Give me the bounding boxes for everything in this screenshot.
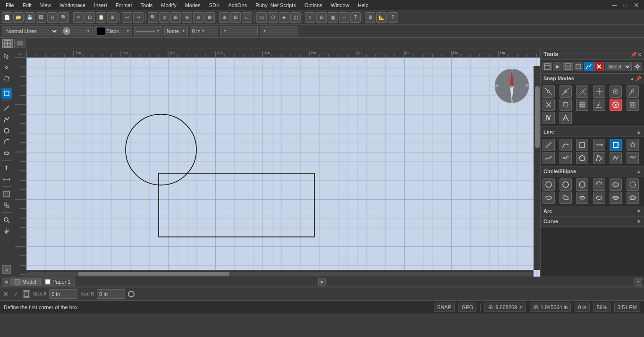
panel-close-button[interactable]: ✕ [637, 52, 641, 57]
copy-button[interactable]: ⊡ [85, 12, 95, 23]
ellipse-center-btn[interactable] [542, 192, 555, 204]
view-perspective-button[interactable]: ◫ [290, 12, 301, 23]
size-b-input[interactable] [97, 289, 125, 299]
new-button[interactable]: 📄 [2, 12, 12, 23]
menu-addons[interactable]: AddOns [224, 1, 251, 9]
line-width-chevron[interactable]: ▼ [86, 29, 90, 33]
v-scroll-thumb[interactable] [535, 86, 540, 148]
size-a-input[interactable] [49, 289, 77, 299]
mode-btn-red[interactable] [594, 62, 604, 71]
print-preview-button[interactable]: 🔍 [59, 12, 69, 23]
circle-special2-btn[interactable] [627, 178, 639, 191]
menu-view[interactable]: View [36, 1, 55, 9]
redo-button[interactable]: ↪ [133, 12, 144, 23]
window-close[interactable]: ✕ [631, 1, 642, 9]
circle-tool[interactable] [1, 126, 12, 136]
layer-button[interactable]: ≡ [305, 12, 315, 23]
save-button[interactable]: 💾 [25, 12, 35, 23]
arc-tool[interactable] [1, 137, 12, 147]
arrow-btn[interactable] [593, 139, 605, 151]
line-expand-icon[interactable]: ▲ [636, 129, 641, 135]
curve-section-header[interactable]: Curve ▼ [541, 217, 644, 227]
tab-scroll-left[interactable]: ◀ [2, 278, 9, 286]
check-icon[interactable]: ✓ [12, 290, 20, 298]
snap-grid-btn[interactable] [576, 99, 588, 111]
window-maximize[interactable]: □ [621, 2, 630, 8]
sub-btn-2[interactable] [14, 39, 25, 48]
line-type-select[interactable]: Normal Lines [2, 26, 59, 36]
find-replace-button[interactable]: ⊙ [159, 12, 169, 23]
canvas-area[interactable]: ⊡ -5 in-4 in-3 in-2 in-1 in0 in1 in2 in3… [13, 49, 540, 277]
circle-arc-btn[interactable] [593, 178, 605, 191]
snap-center-btn[interactable] [610, 85, 622, 98]
dimension-tool[interactable] [1, 174, 12, 185]
menu-modify[interactable]: Modify [157, 1, 180, 9]
polygon-btn[interactable] [576, 152, 588, 164]
paste-special-button[interactable]: ⊞ [107, 12, 118, 23]
menu-format[interactable]: Format [112, 1, 136, 9]
fill-chevron[interactable]: ▼ [182, 29, 186, 33]
snap-tangent-btn[interactable] [559, 99, 572, 111]
spline-btn[interactable] [542, 152, 555, 164]
menu-tools[interactable]: Tools [137, 1, 157, 9]
dimension-button[interactable]: ↔ [339, 12, 349, 23]
dimension-chevron[interactable]: ▼ [202, 29, 205, 33]
ortho-button[interactable]: ∟ [242, 12, 252, 23]
panel-pin-button[interactable]: 📌 [631, 52, 636, 57]
star-btn[interactable] [627, 139, 639, 151]
line-btn[interactable] [542, 139, 555, 151]
rotate-tool[interactable] [1, 74, 12, 84]
menu-sdk[interactable]: SDK [205, 1, 224, 9]
sketch-mode-select[interactable]: Sketch [605, 62, 632, 71]
view-iso-button[interactable]: ◈ [279, 12, 289, 23]
tab-model[interactable]: Model [10, 278, 41, 286]
select-tool[interactable] [1, 51, 12, 61]
cut-button[interactable]: ✂ [73, 12, 84, 23]
paste-button[interactable]: 📋 [96, 12, 106, 23]
menu-edit[interactable]: Edit [19, 1, 35, 9]
circle-special1-btn[interactable] [610, 178, 622, 191]
node-edit-tool[interactable] [1, 62, 12, 73]
mode-btn-3[interactable] [563, 62, 573, 71]
arc-section-header[interactable]: Arc ▼ [541, 206, 644, 216]
circle-3pt-btn[interactable] [576, 178, 588, 191]
mode-btn-settings[interactable] [633, 62, 642, 71]
ellipse-special4-btn[interactable] [627, 192, 639, 204]
polyline-tool[interactable] [1, 114, 12, 125]
close-icon[interactable]: ✕ [2, 290, 9, 298]
snap-grid-button[interactable]: ⊞ [219, 12, 229, 23]
snap-circle-btn[interactable] [610, 99, 622, 111]
ellipse-special2-btn[interactable] [593, 192, 605, 204]
window-minimize[interactable]: ─ [610, 1, 620, 9]
field2-chevron[interactable]: ▼ [263, 29, 267, 33]
zoom-area-tool[interactable] [1, 215, 12, 225]
field1-chevron[interactable]: ▼ [223, 29, 227, 33]
circle-section-header[interactable]: Circle/Ellipse ▲ [541, 167, 644, 177]
zoom-all-button[interactable]: ⊠ [204, 12, 215, 23]
arc-expand-icon[interactable]: ▼ [636, 209, 641, 214]
vertical-scrollbar[interactable] [534, 66, 540, 270]
chain-btn[interactable] [627, 152, 639, 164]
line-tool[interactable] [1, 103, 12, 113]
circle-center-btn[interactable] [542, 178, 555, 191]
snap-special-btn[interactable] [627, 99, 639, 111]
menu-insert[interactable]: Insert [90, 1, 111, 9]
mode-btn-2[interactable]: ▶ [553, 62, 562, 71]
snap-x-btn[interactable] [542, 99, 555, 111]
snap-endpoint-btn[interactable] [542, 85, 555, 98]
mode-btn-4[interactable] [574, 62, 583, 71]
polygon2-btn[interactable] [593, 152, 605, 164]
snap-expand-icon[interactable]: ▲ [630, 76, 635, 81]
snap-insert-btn[interactable] [559, 112, 572, 124]
h-scroll-thumb[interactable] [78, 272, 229, 276]
zoom-out-button[interactable]: ⊖ [193, 12, 203, 23]
bezier-btn[interactable] [559, 139, 572, 151]
rect-line-btn[interactable] [576, 139, 588, 151]
measure-button[interactable]: 📐 [376, 12, 387, 23]
scale-tool[interactable] [1, 88, 12, 99]
find-button[interactable]: 🔍 [148, 12, 158, 23]
drawing-canvas[interactable]: N S E W [26, 58, 540, 277]
zoom-level[interactable]: 56% [593, 303, 610, 312]
tab-add-button[interactable]: + [635, 278, 642, 286]
zoom-in-button[interactable]: ⊕ [182, 12, 192, 23]
